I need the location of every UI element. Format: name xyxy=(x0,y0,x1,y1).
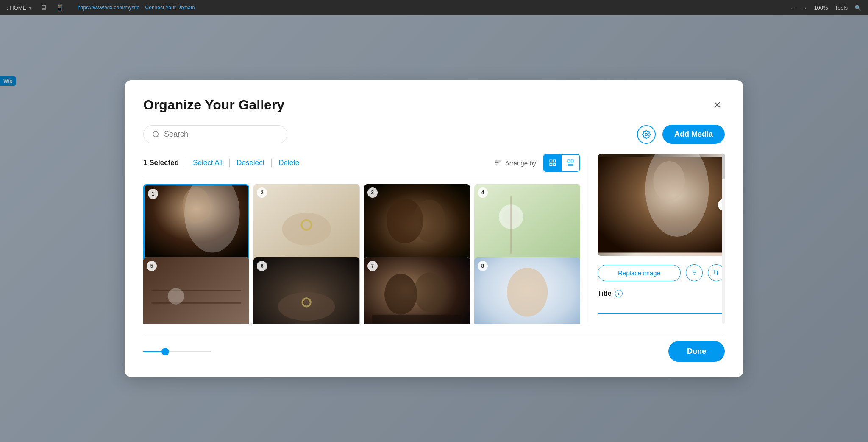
info-icon: i xyxy=(615,290,623,297)
deselect-button[interactable]: Deselect xyxy=(230,159,272,167)
svg-point-0 xyxy=(153,131,158,137)
settings-button[interactable] xyxy=(637,125,656,144)
svg-point-30 xyxy=(168,288,184,305)
browser-url: https://www.wix.com/mysite Connect Your … xyxy=(78,5,195,11)
arrange-by-label: Arrange by xyxy=(505,159,536,167)
back-button[interactable]: ← xyxy=(789,5,795,11)
image-number-badge: 7 xyxy=(367,261,378,271)
gallery-image-item[interactable]: 3 xyxy=(364,184,470,266)
svg-rect-29 xyxy=(151,302,241,303)
svg-line-1 xyxy=(157,136,159,137)
image-number-badge: 6 xyxy=(257,261,267,271)
browser-tab-label: : HOME xyxy=(7,5,26,11)
svg-point-16 xyxy=(182,187,210,223)
image-visual xyxy=(143,257,249,324)
filter-button[interactable] xyxy=(686,264,703,281)
svg-rect-37 xyxy=(372,314,462,324)
svg-point-39 xyxy=(507,268,548,317)
modal-title: Organize Your Gallery xyxy=(143,97,284,113)
zoom-slider[interactable] xyxy=(143,351,211,352)
header-actions: Add Media xyxy=(637,125,725,144)
gallery-image-item[interactable]: 2 xyxy=(253,184,359,266)
view-toggle xyxy=(543,154,580,172)
list-icon xyxy=(567,159,574,167)
title-label: Title xyxy=(598,290,612,297)
image-visual xyxy=(474,257,580,324)
svg-rect-9 xyxy=(554,164,556,166)
selected-count: 1 Selected xyxy=(143,159,186,167)
svg-point-36 xyxy=(414,272,445,311)
list-view-button[interactable] xyxy=(562,155,579,171)
preview-svg xyxy=(598,154,725,256)
browser-controls: ← → 100% Tools 🔍 xyxy=(789,5,861,11)
svg-rect-10 xyxy=(568,160,570,162)
arrange-icon xyxy=(494,159,502,167)
browser-chrome: : HOME ▾ 🖥 📱 https://www.wix.com/mysite … xyxy=(0,0,868,15)
image-number-badge: 8 xyxy=(478,261,488,271)
image-number-badge: 4 xyxy=(478,187,488,198)
svg-point-2 xyxy=(645,133,647,135)
search-browser-button[interactable]: 🔍 xyxy=(854,5,861,11)
modal-footer: Done xyxy=(143,334,725,362)
image-visual xyxy=(145,185,248,265)
connect-domain-link[interactable]: Connect Your Domain xyxy=(145,5,195,11)
image-visual xyxy=(364,184,470,266)
add-media-button[interactable]: Add Media xyxy=(662,125,725,144)
grid-icon xyxy=(549,159,556,167)
search-icon xyxy=(152,131,160,138)
gallery-image-item[interactable]: 7 xyxy=(364,257,470,324)
modal-body: 1 Selected Select All Deselect Delete Ar… xyxy=(143,154,725,324)
svg-point-35 xyxy=(384,274,417,314)
image-visual xyxy=(253,184,359,266)
delete-button[interactable]: Delete xyxy=(272,159,306,167)
grid-view-button[interactable] xyxy=(544,155,562,171)
side-panel-actions: Replace image xyxy=(598,264,725,281)
forward-button[interactable]: → xyxy=(801,5,807,11)
image-visual xyxy=(474,184,580,266)
image-number-badge: 1 xyxy=(148,189,158,199)
tools-button[interactable]: Tools xyxy=(835,5,848,11)
search-input[interactable] xyxy=(164,130,278,139)
title-input[interactable] xyxy=(598,301,725,314)
svg-rect-28 xyxy=(151,290,241,291)
image-number-badge: 3 xyxy=(367,187,378,198)
side-preview-image: › xyxy=(598,154,725,256)
done-button[interactable]: Done xyxy=(668,341,725,362)
mobile-icon: 📱 xyxy=(56,4,64,12)
svg-rect-11 xyxy=(571,160,573,162)
chevron-down-icon: ▾ xyxy=(29,5,32,11)
gallery-image-item[interactable]: 1 xyxy=(143,184,249,266)
close-button[interactable]: ✕ xyxy=(709,98,725,113)
scrollbar-track xyxy=(722,154,725,324)
gallery-image-item[interactable]: 6 xyxy=(253,257,359,324)
organize-gallery-modal: Organize Your Gallery ✕ Add Media xyxy=(125,80,743,377)
gallery-section: 1 Selected Select All Deselect Delete Ar… xyxy=(143,154,589,324)
zoom-control: 100% xyxy=(814,5,828,11)
modal-overlay: Organize Your Gallery ✕ Add Media xyxy=(0,15,868,442)
search-wrapper xyxy=(143,125,287,143)
gear-icon xyxy=(642,130,651,139)
image-number-badge: 5 xyxy=(147,261,157,271)
svg-rect-6 xyxy=(550,160,552,162)
title-section: Title i xyxy=(598,290,725,297)
select-all-button[interactable]: Select All xyxy=(186,159,230,167)
arrange-by: Arrange by xyxy=(494,159,536,167)
svg-rect-7 xyxy=(554,160,556,162)
filter-icon xyxy=(691,269,698,276)
url-text: https://www.wix.com/mysite xyxy=(78,5,139,11)
image-visual xyxy=(364,257,470,324)
replace-image-button[interactable]: Replace image xyxy=(598,265,681,281)
svg-point-22 xyxy=(413,200,445,242)
search-area: Add Media xyxy=(143,125,725,144)
svg-rect-8 xyxy=(550,164,552,166)
scrollbar-thumb[interactable] xyxy=(722,154,725,179)
image-grid: 1 2 3 4 5 6 xyxy=(143,184,580,324)
monitor-icon: 🖥 xyxy=(40,4,47,11)
zoom-slider-wrapper xyxy=(143,351,211,352)
gallery-image-item[interactable]: 5 xyxy=(143,257,249,324)
gallery-image-item[interactable]: 8 xyxy=(474,257,580,324)
crop-icon xyxy=(713,269,720,276)
image-visual xyxy=(253,257,359,324)
modal-header: Organize Your Gallery ✕ xyxy=(143,97,725,113)
gallery-image-item[interactable]: 4 xyxy=(474,184,580,266)
